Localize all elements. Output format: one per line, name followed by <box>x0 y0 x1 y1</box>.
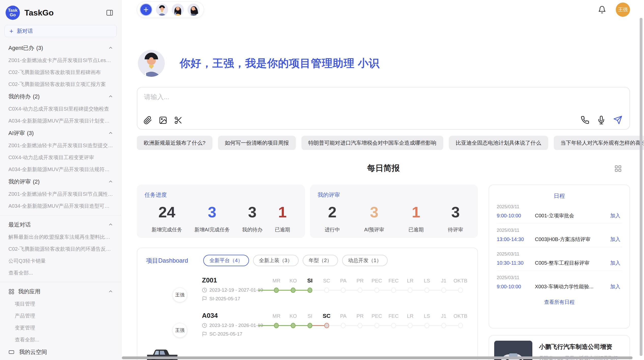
horizontal-scrollbar[interactable] <box>122 356 633 359</box>
sidebar-item[interactable]: A034-全新新能源MUV产品开发项目造型可行性评审 <box>0 200 121 212</box>
milestone-label: SI <box>308 312 312 320</box>
sidebar-item[interactable]: A034-全新新能源MUV产品开发项目法规符合性评审 <box>0 163 121 175</box>
avatar[interactable] <box>156 4 168 16</box>
attach-icon[interactable] <box>143 116 152 125</box>
chevron-up-icon <box>108 289 113 294</box>
sidebar-section-header[interactable]: 我的评审 (2) <box>0 175 121 188</box>
user-avatar[interactable]: 王强 <box>616 3 630 17</box>
sidebar-item[interactable]: A034-全新新能源MUV产品开发项目计划变更表编写 <box>0 115 121 127</box>
milestone-dot <box>358 288 362 293</box>
sidebar-header: Task Go TaskGo <box>0 4 121 22</box>
project-row[interactable]: 王强 Z001 2023-12-19 - 2027-01-19 SI-2025-… <box>146 276 469 302</box>
suggestion-chip[interactable]: 特朗普可能对进口汽车增税会对中国车企造成哪些影响 <box>301 136 443 150</box>
milestone-dot <box>324 288 329 293</box>
recent-chats-header[interactable]: 最近对话 <box>0 218 121 231</box>
recent-chats-section: 最近对话 解释最新出台的欧盟报废车法规再生塑料比例被调至15%...C02-飞腾… <box>0 218 121 279</box>
sidebar-item[interactable]: 公司Q3轻卡销量 <box>0 255 121 267</box>
join-button[interactable]: 加入 <box>609 212 622 219</box>
avatar[interactable] <box>172 4 184 16</box>
sidebar-item[interactable]: C0X4-动力总成开发项目工程变更评审 <box>0 152 121 163</box>
milestone-label: J1 <box>441 277 446 284</box>
milestone-dot <box>324 323 329 328</box>
project-row[interactable]: 王强 A034 2023-12-19 - 2026-01-19 SC-2025-… <box>146 312 469 337</box>
join-button[interactable]: 加入 <box>609 283 622 290</box>
suggestion-chip[interactable]: 比亚迪全固态电池计划具体说了什么 <box>449 136 548 150</box>
milestone-dot <box>391 323 396 328</box>
sidebar-item[interactable]: C02-飞腾新能源轻客改款项目里程碑画布 <box>0 66 121 78</box>
milestone-dot <box>374 288 379 293</box>
bell-icon[interactable] <box>597 5 607 15</box>
sidebar-section-header[interactable]: Agent已办 (3) <box>0 42 121 54</box>
sidebar-link[interactable]: 我的云空间 <box>0 346 121 358</box>
stat-value: 24 <box>158 204 175 221</box>
sidebar-item[interactable]: Z001-全新燃油皮卡产品开发项目SI节点Lesson Learn报告 <box>0 54 121 66</box>
schedule-entry: 2025/03/11 9:00-10:00 X003-车辆动力学性能验... 加… <box>497 271 622 294</box>
view-all-schedule-link[interactable]: 查看所有日程 <box>497 299 622 306</box>
scissors-icon[interactable] <box>174 116 183 125</box>
chat-input-card <box>137 87 630 130</box>
stat-label: 已逾期 <box>275 226 290 233</box>
stat-value: 3 <box>208 204 216 221</box>
sidebar-item[interactable]: Z001-全新燃油轻卡产品开发项目SI造型提交物评审 <box>0 140 121 152</box>
sidebar-item[interactable]: C02-飞腾新能源轻客改款项目的闭环通告反馈情况 <box>0 243 121 255</box>
join-button[interactable]: 加入 <box>609 236 622 243</box>
sidebar-item[interactable]: 产品管理 <box>0 310 121 322</box>
suggestion-chip[interactable]: 当下年轻人对汽车外观有怎样的喜好趋势 <box>554 136 644 150</box>
dashboard-tabs: 全新平台（4）全新上装（3）年型（2）动总开发（1） <box>203 255 388 266</box>
add-conversation-button[interactable] <box>140 3 152 16</box>
suggestion-chip[interactable]: 欧洲新规最近颁布了什么? <box>137 136 212 150</box>
sidebar-item[interactable]: 变更管理 <box>0 322 121 334</box>
mic-icon[interactable] <box>597 116 606 124</box>
recent-see-all[interactable]: 查看全部... <box>0 267 121 279</box>
milestone-track: MR KO SI SC PA PR PEC FEC LR LS J1 OKTB <box>268 312 469 328</box>
plus-icon: + <box>9 27 13 35</box>
section-count: (2) <box>33 178 40 185</box>
dashboard-tab[interactable]: 全新上装（3） <box>253 255 299 266</box>
divider <box>0 215 121 215</box>
my-apps-header[interactable]: 我的应用 <box>0 285 121 298</box>
image-icon[interactable] <box>159 116 167 125</box>
flag-icon <box>202 296 207 301</box>
milestone-dot <box>274 323 279 328</box>
milestone-dot <box>374 323 379 328</box>
suggestion-chip[interactable]: 如何写一份清晰的项目周报 <box>218 136 296 150</box>
sidebar-item[interactable]: 项目管理 <box>0 298 121 310</box>
section-title: Agent已办 <box>8 44 34 52</box>
sidebar-item[interactable]: Z001-全新燃油轻卡产品开发项目SI节点属性5D文件评审 <box>0 188 121 200</box>
schedule-date: 2025/03/11 <box>497 204 622 209</box>
section-count: (2) <box>33 93 40 100</box>
avatar[interactable] <box>187 4 200 16</box>
sidebar-task-sections: Agent已办 (3) Z001-全新燃油皮卡产品开发项目SI节点Lesson … <box>0 42 121 212</box>
milestone-label: KO <box>289 312 297 320</box>
dashboard-tab[interactable]: 动总开发（1） <box>342 255 388 266</box>
dashboard-tab[interactable]: 年型（2） <box>303 255 338 266</box>
schedule-event-title: C003|H0B-方案冻结评审 <box>535 236 609 243</box>
apps-see-all[interactable]: 查看全部... <box>0 334 121 346</box>
logo-line2: Go <box>10 13 16 17</box>
collapse-sidebar-icon[interactable] <box>105 8 114 18</box>
schedule-title: 日程 <box>497 191 622 200</box>
sidebar-item[interactable]: 解释最新出台的欧盟报废车法规再生塑料比例被调至15%... <box>0 231 121 243</box>
section-title: 我的应用 <box>18 288 40 295</box>
stat-value: 1 <box>412 204 420 221</box>
phone-icon[interactable] <box>581 116 589 124</box>
schedule-time: 9:00-10:00 <box>497 213 529 219</box>
sidebar-link[interactable]: 我的收藏 <box>0 358 121 360</box>
send-icon[interactable] <box>613 115 622 125</box>
new-chat-button[interactable]: + 新对话 <box>5 25 117 37</box>
vertical-scrollbar[interactable] <box>640 18 642 356</box>
stat-label: 已逾期 <box>408 226 424 233</box>
sidebar-item[interactable]: C0X4-动力总成开发项目SI里程碑提交物检查 <box>0 103 121 115</box>
dashboard-tab[interactable]: 全新平台（4） <box>203 255 249 266</box>
project-dashboard-title: 项目Dashboard <box>146 257 188 265</box>
sidebar-section-header[interactable]: AI评审 (3) <box>0 127 121 140</box>
join-button[interactable]: 加入 <box>609 259 622 267</box>
milestone-label: PR <box>357 277 364 284</box>
sidebar-section-header[interactable]: 我的待办 (2) <box>0 90 121 103</box>
layout-grid-icon[interactable] <box>613 164 623 173</box>
app-root: Task Go TaskGo + 新对话 Agent已办 (3) Z001-全新… <box>0 0 644 360</box>
sidebar-item[interactable]: C02-飞腾新能源轻客改款项目立项汇报方案 <box>0 78 121 90</box>
chat-input[interactable] <box>143 92 489 111</box>
schedule-entry: 2025/03/11 10:30-11:30 C005-整车工程目标评审 加入 <box>497 247 622 271</box>
schedule-time: 9:00-10:00 <box>497 284 529 290</box>
